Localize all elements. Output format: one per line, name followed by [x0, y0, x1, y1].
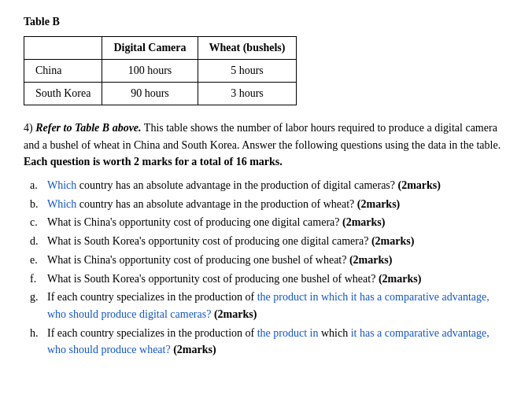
- q-g-marks: (2marks): [214, 308, 257, 320]
- list-item: g. If each country specializes in the pr…: [30, 289, 508, 322]
- table-cell-southkorea-wheat: 3 hours: [198, 83, 297, 105]
- q-label-b: b.: [30, 196, 47, 213]
- q-text-b: Which country has an absolute advantage …: [47, 196, 508, 213]
- list-item: d. What is South Korea's opportunity cos…: [30, 233, 508, 250]
- q-f-text: What is South Korea's opportunity cost o…: [47, 273, 379, 285]
- intro-paragraph: 4) Refer to Table B above. This table sh…: [24, 120, 508, 171]
- q-text-c: What is China's opportunity cost of prod…: [47, 214, 508, 231]
- q-h-text1: If each country specializes in the produ…: [47, 327, 257, 339]
- intro-bold-ending: Each question is worth 2 marks for a tot…: [24, 156, 283, 168]
- q-b-which: Which: [47, 198, 76, 210]
- q-a-which: Which: [47, 179, 76, 191]
- table-header-wheat: Wheat (bushels): [198, 37, 297, 60]
- q-c-text: What is China's opportunity cost of prod…: [47, 216, 342, 228]
- q-f-marks: (2marks): [379, 273, 421, 285]
- table-cell-china-wheat: 5 hours: [198, 60, 297, 83]
- table-row: China 100 hours 5 hours: [24, 60, 297, 83]
- q-h-which: which: [321, 327, 348, 339]
- q-e-text: What is China's opportunity cost of prod…: [47, 254, 349, 266]
- q-text-f: What is South Korea's opportunity cost o…: [47, 271, 508, 288]
- section-number: 4): [24, 122, 33, 134]
- q-text-h: If each country specializes in the produ…: [47, 325, 508, 359]
- list-item: a. Which country has an absolute advanta…: [30, 177, 508, 194]
- q-label-c: c.: [30, 214, 47, 231]
- q-b-rest: country has an absolute advantage in the…: [76, 198, 357, 210]
- q-e-marks: (2marks): [349, 254, 392, 266]
- q-d-text: What is South Korea's opportunity cost o…: [47, 235, 371, 247]
- q-d-marks: (2marks): [371, 235, 414, 247]
- list-item: h. If each country specializes in the pr…: [30, 325, 508, 359]
- q-label-a: a.: [30, 177, 47, 194]
- q-label-h: h.: [30, 325, 47, 342]
- table-header-camera: Digital Camera: [102, 37, 198, 60]
- list-item: f. What is South Korea's opportunity cos…: [30, 271, 508, 288]
- q-label-f: f.: [30, 271, 47, 288]
- data-table: Digital Camera Wheat (bushels) China 100…: [24, 36, 297, 105]
- table-cell-china-name: China: [24, 60, 102, 83]
- q-h-marks: (2marks): [173, 344, 216, 355]
- q-text-e: What is China's opportunity cost of prod…: [47, 252, 508, 269]
- table-cell-southkorea-name: South Korea: [24, 83, 102, 105]
- intro-italic-bold: Refer to Table B above.: [35, 122, 141, 134]
- q-label-e: e.: [30, 252, 47, 269]
- q-a-rest: country has an absolute advantage in the…: [76, 179, 397, 191]
- q-text-d: What is South Korea's opportunity cost o…: [47, 233, 508, 250]
- q-text-a: Which country has an absolute advantage …: [47, 177, 508, 194]
- q-b-marks: (2marks): [357, 198, 400, 210]
- table-row: South Korea 90 hours 3 hours: [24, 83, 297, 105]
- q-label-g: g.: [30, 289, 47, 306]
- table-title: Table B: [24, 16, 508, 28]
- list-item: e. What is China's opportunity cost of p…: [30, 252, 508, 269]
- questions-section: 4) Refer to Table B above. This table sh…: [24, 120, 508, 359]
- q-h-blue: the product in: [257, 327, 321, 339]
- table-cell-china-camera: 100 hours: [102, 60, 198, 83]
- list-item: c. What is China's opportunity cost of p…: [30, 214, 508, 231]
- q-label-d: d.: [30, 233, 47, 250]
- q-g-text1: If each country specializes in the produ…: [47, 291, 257, 303]
- question-list: a. Which country has an absolute advanta…: [30, 177, 508, 359]
- q-text-g: If each country specializes in the produ…: [47, 289, 508, 322]
- table-cell-southkorea-camera: 90 hours: [102, 83, 198, 105]
- table-corner-cell: [24, 37, 102, 60]
- q-a-marks: (2marks): [398, 179, 441, 191]
- list-item: b. Which country has an absolute advanta…: [30, 196, 508, 213]
- q-c-marks: (2marks): [342, 216, 385, 228]
